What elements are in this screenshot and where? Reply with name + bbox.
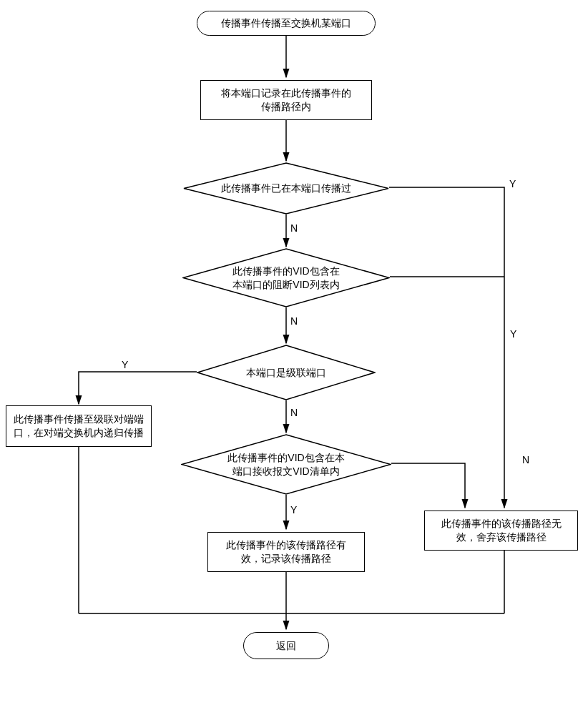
decision-vid-in-receive-list: 此传播事件的VID包含在本 端口接收报文VID清单内	[181, 434, 391, 495]
edge-label-d1-no: N	[290, 223, 298, 233]
edge-label-d3-yes: Y	[122, 360, 128, 370]
process-propagate-to-peer: 此传播事件传播至级联对端端 口，在对端交换机内递归传播	[6, 405, 152, 447]
process-record-port: 将本端口记录在此传播事件的 传播路径内	[200, 80, 372, 120]
decision-vid-in-receive-list-text: 此传播事件的VID包含在本 端口接收报文VID清单内	[227, 451, 344, 478]
edge-label-d2-no: N	[290, 316, 298, 326]
terminal-end-text: 返回	[276, 639, 296, 653]
process-path-invalid: 此传播事件的该传播路径无 效，舍弃该传播路径	[424, 511, 578, 551]
process-path-valid: 此传播事件的该传播路径有 效，记录该传播路径	[207, 532, 365, 572]
terminal-start: 传播事件传播至交换机某端口	[197, 11, 376, 36]
edge-label-d2-yes: Y	[510, 329, 516, 339]
decision-vid-blocked: 此传播事件的VID包含在 本端口的阻断VID列表内	[182, 248, 390, 307]
edge-label-d1-yes: Y	[509, 179, 516, 189]
edge-label-d3-no: N	[290, 408, 298, 418]
decision-vid-blocked-text: 此传播事件的VID包含在 本端口的阻断VID列表内	[232, 265, 339, 292]
terminal-start-text: 传播事件传播至交换机某端口	[221, 16, 351, 30]
decision-already-propagated: 此传播事件已在本端口传播过	[183, 162, 389, 214]
process-path-valid-text: 此传播事件的该传播路径有 效，记录该传播路径	[226, 538, 346, 566]
edge-label-d4-no: N	[522, 455, 529, 465]
decision-cascade-port: 本端口是级联端口	[197, 345, 376, 400]
process-path-invalid-text: 此传播事件的该传播路径无 效，舍弃该传播路径	[441, 517, 562, 544]
edge-label-d4-yes: Y	[290, 505, 297, 515]
process-record-port-text: 将本端口记录在此传播事件的 传播路径内	[221, 87, 351, 114]
process-propagate-to-peer-text: 此传播事件传播至级联对端端 口，在对端交换机内递归传播	[14, 413, 144, 440]
decision-cascade-port-text: 本端口是级联端口	[246, 366, 326, 380]
flowchart-canvas: 传播事件传播至交换机某端口 将本端口记录在此传播事件的 传播路径内 此传播事件已…	[0, 0, 588, 715]
decision-already-propagated-text: 此传播事件已在本端口传播过	[221, 182, 351, 195]
terminal-end: 返回	[243, 632, 329, 659]
